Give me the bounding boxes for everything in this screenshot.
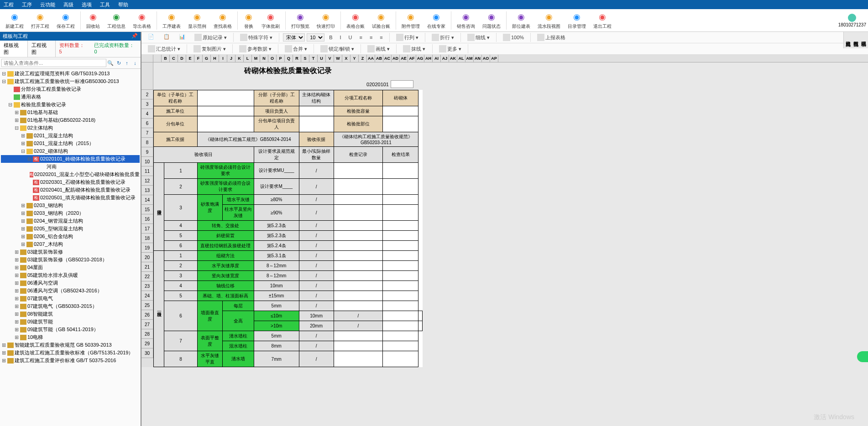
tbtn-目录管理[interactable]: ◉目录管理 (568, 11, 586, 30)
tree-node[interactable]: ⊞08智能建筑 (1, 310, 140, 318)
fab-button[interactable] (857, 351, 868, 362)
menu-云功能[interactable]: 云功能 (40, 1, 55, 8)
tbtn-附件管理[interactable]: ◉附件管理 (402, 11, 420, 30)
tbtn-在线专家[interactable]: ◉在线专家 (427, 11, 445, 30)
tree-node[interactable]: 分部分项工程质量验收记录 (1, 85, 140, 93)
tree-node[interactable]: ⊟建设工程监理规范资料库 GB/T50319-2013 (1, 70, 140, 78)
menu-帮助[interactable]: 帮助 (118, 1, 128, 8)
tree-node[interactable]: ⊞04屋面 (1, 264, 140, 271)
tbtn-流水段视图[interactable]: ◉流水段视图 (538, 11, 560, 30)
tbtn-字体批刷[interactable]: ◉字体批刷 (261, 11, 280, 30)
rbtn-汇总统计[interactable]: 汇总统计 ▾ (146, 44, 182, 53)
tree-node[interactable]: ⊟0202_砌体结构 (1, 147, 140, 155)
tab-project-view[interactable]: 工程视图 (28, 41, 56, 57)
tbtn-导出表格[interactable]: ◉导出表格 (133, 11, 151, 30)
tbtn-保存工程[interactable]: ◉保存工程 (57, 11, 75, 30)
side-tab-范例视图[interactable]: 范例视图 (852, 36, 860, 39)
tree-node[interactable]: ⊞智能建筑工程质量验收规范 GB 50339-2013 (1, 341, 140, 349)
tree-node[interactable]: ⊞03建筑装饰装修 (1, 248, 140, 256)
tree-node[interactable]: 检02020501_填充墙砌体检验批质量验收记录 (1, 194, 140, 202)
rbtn-折行[interactable]: 折行 ▾ (430, 33, 456, 42)
tree-node[interactable]: ⊞07建筑电气（GB50303-2015） (1, 302, 140, 310)
rbtn-细线[interactable]: 细线 ▾ (465, 33, 492, 42)
refresh-icon[interactable]: ↻ (115, 60, 123, 66)
tbtn-打开工程[interactable]: ◉打开工程 (31, 11, 49, 30)
tree-node[interactable]: 通用表格 (1, 93, 140, 101)
menu-选项[interactable]: 选项 (82, 1, 92, 8)
tbtn-部位建表[interactable]: ◉部位建表 (512, 11, 530, 30)
tree-node[interactable]: ⊞07建筑电气 (1, 295, 140, 302)
rbtn-参考数据[interactable]: 参考数据 ▾ (237, 44, 273, 53)
tree-node[interactable]: 河南 (1, 163, 140, 171)
tbtn-查找表格[interactable]: ◉查找表格 (214, 11, 232, 30)
tbtn-表格台账[interactable]: ◉表格台账 (346, 11, 365, 30)
tbtn-退出工程[interactable]: ◉退出工程 (593, 11, 612, 30)
search-input[interactable] (1, 59, 106, 67)
tree-node[interactable]: ⊞09建筑节能 (1, 318, 140, 326)
tree-node[interactable]: ⊟检02020101_砖砌体检验批质量验收记录 (1, 155, 140, 163)
rbtn-原始记录[interactable]: 原始记录 ▾ (193, 33, 229, 42)
search-row: 🔍 ↻ ↑ ↓ (0, 57, 141, 69)
menu-工序[interactable]: 工序 (22, 1, 32, 8)
tree-node[interactable]: ⊞01地基与基础(GB50202-2018) (1, 116, 140, 124)
tree-node[interactable]: ⊟建筑工程施工质量验收统一标准GB50300-2013 (1, 78, 140, 85)
tree-node[interactable]: ⊞0201_混凝土结构（2015） (1, 140, 140, 147)
tbtn-工程信息[interactable]: ◉工程信息 (107, 11, 125, 30)
rbtn-合并[interactable]: 合并 ▾ (283, 44, 309, 53)
tree-node[interactable]: ⊟检验批质量验收记录 (1, 101, 140, 109)
menu-高级[interactable]: 高级 (63, 1, 73, 8)
tree-node[interactable]: 检02020301_石砌体检验批质量验收记录 (1, 178, 140, 186)
tree-node[interactable]: ⊞0204_钢管混凝土结构 (1, 217, 140, 225)
rbtn-画线[interactable]: 画线 ▾ (366, 44, 392, 53)
tbtn-回收站[interactable]: ◉回收站 (86, 11, 100, 30)
spreadsheet[interactable]: BCDEFGHIJKLMNOPQRSTUVWXYZAAABACADAEAFAGA… (141, 55, 868, 426)
tbtn-显示范例[interactable]: ◉显示范例 (188, 11, 206, 30)
tree-node[interactable]: ⊞01地基与基础 (1, 109, 140, 116)
tree-node[interactable]: ⊞03建筑装饰装修（GB50210-2018） (1, 256, 140, 264)
tree-node[interactable]: ⊞0207_木结构 (1, 240, 140, 248)
rbtn-更多[interactable]: 更多 ▾ (437, 44, 463, 53)
tree-node[interactable]: ⊞06通风与空调（GB50243-2016） (1, 287, 140, 295)
pin-icon[interactable]: 📌 (131, 33, 138, 40)
tree-node[interactable]: ⊞09建筑节能（GB 50411-2019） (1, 326, 140, 333)
search-icon[interactable]: 🔍 (106, 60, 115, 66)
tree-node[interactable]: ⊞0203_钢结构 (1, 202, 140, 209)
tbtn-替换[interactable]: ◉替换 (243, 11, 254, 30)
rbtn-锁定/解锁[interactable]: 锁定/解锁 ▾ (319, 44, 356, 53)
side-tab-已完成资料[interactable]: 已完成资料 (844, 36, 852, 39)
side-tab-楼层说明[interactable]: 楼层说明 (860, 36, 868, 39)
tree-node[interactable]: ⊞05建筑给水排水及供暖 (1, 271, 140, 279)
tab-template-view[interactable]: 模板视图 (0, 41, 28, 57)
tree-view[interactable]: ⊟建设工程监理规范资料库 GB/T50319-2013⊟建筑工程施工质量验收统一… (0, 69, 141, 426)
rbtn-复制图片[interactable]: 复制图片 ▾ (192, 44, 228, 53)
tree-node[interactable]: ⊞0201_混凝土结构 (1, 132, 140, 140)
tree-node[interactable]: ⊞建筑边坡工程施工质量验收标准（GB/T51351-2019） (1, 349, 140, 357)
tree-node[interactable]: ⊞0206_铝合金结构 (1, 233, 140, 240)
rbtn-100%[interactable]: 100% (501, 33, 526, 42)
tree-node[interactable]: ⊞建筑工程施工质量评价标准 GB/T 50375-2016 (1, 357, 140, 364)
rbtn-抹线[interactable]: 抹线 ▾ (401, 44, 427, 53)
rbtn-上报表格[interactable]: 上报表格 (535, 33, 567, 42)
tree-node[interactable]: ⊟02主体结构 (1, 124, 140, 132)
down-icon[interactable]: ↓ (131, 60, 139, 66)
tree-node[interactable]: ⊞06通风与空调 (1, 279, 140, 287)
doc-code-suffix[interactable] (391, 80, 413, 88)
rbtn-行列[interactable]: 行列 ▾ (394, 33, 420, 42)
rbtn-特殊字符[interactable]: 特殊字符 ▾ (238, 33, 274, 42)
tbtn-工序建表[interactable]: ◉工序建表 (162, 11, 181, 30)
tree-node[interactable]: ⊞10电梯 (1, 333, 140, 341)
tbtn-打印预览[interactable]: ◉打印预览 (291, 11, 309, 30)
menu-工程[interactable]: 工程 (4, 1, 14, 8)
tbtn-销售咨询[interactable]: ◉销售咨询 (457, 11, 475, 30)
tbtn-试验台账[interactable]: ◉试验台账 (372, 11, 390, 30)
tree-node[interactable]: ⊞0205_型钢混凝土结构 (1, 225, 140, 233)
tbtn-问题状态[interactable]: ◉问题状态 (482, 11, 501, 30)
tree-node[interactable]: 检02020201_混凝土小型空心砌块砌体检验批质量 (1, 171, 140, 178)
up-icon[interactable]: ↑ (123, 60, 131, 66)
menu-工具[interactable]: 工具 (100, 1, 110, 8)
tree-node[interactable]: ⊞0203_钢结构（2020） (1, 209, 140, 217)
tbtn-快速打印[interactable]: ◉快速打印 (317, 11, 335, 30)
tree-node[interactable]: 检02020401_配筋砌体检验批质量验收记录 (1, 186, 140, 194)
tbtn-新建工程[interactable]: ◉新建工程 (5, 11, 24, 30)
user-info[interactable]: 18010271237 (838, 14, 866, 27)
